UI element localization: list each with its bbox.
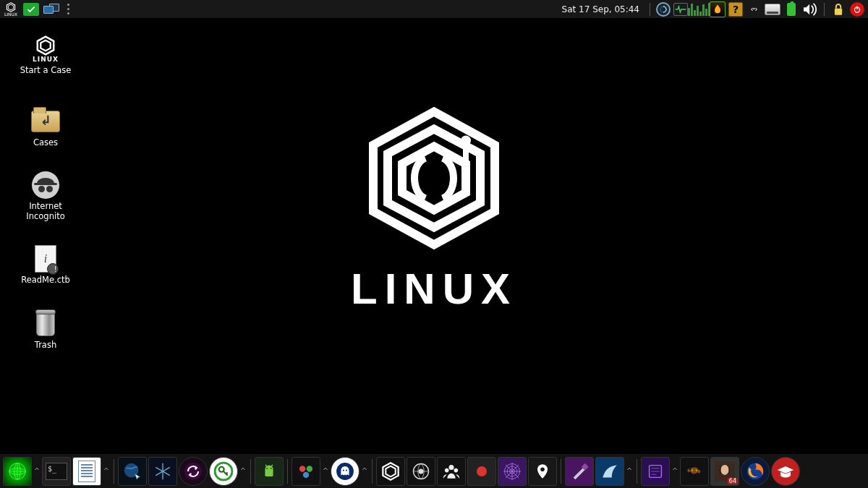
dock-osint-globe-button[interactable] [407,457,435,486]
bottom-dock: ^ $_ ^ ^ ^ ^ [0,453,868,488]
pulse-icon [675,5,686,14]
panel-separator [824,3,825,16]
desktop-icon-label: Start a Case [20,66,72,76]
svg-point-38 [449,464,454,469]
updater-button[interactable] [23,1,39,17]
network-button[interactable]: ‹·› [746,1,762,17]
android-icon [259,461,279,481]
csi-hex-icon [380,461,401,481]
dock-group-caret[interactable]: ^ [361,467,368,475]
dock-firefox-button[interactable] [741,457,770,486]
document-icon [78,461,95,482]
file-icon: i! [35,245,56,273]
dock-geolocate-button[interactable] [528,457,557,486]
speaker-icon [802,3,818,16]
dock-internet-button[interactable] [3,457,32,486]
dock-group-caret[interactable]: ^ [626,467,633,475]
svg-line-26 [265,464,267,466]
disk-icon [765,4,780,15]
dock-spiderfoot-button[interactable] [437,457,466,486]
map-pin-icon [532,461,553,481]
svg-point-25 [271,467,272,468]
svg-point-49 [540,467,545,471]
dock-group-caret[interactable]: ^ [103,467,110,475]
power-icon [853,5,861,14]
earth-cursor-icon [122,461,142,481]
needle-icon [569,461,590,481]
graduation-cap-icon [775,461,796,481]
panel-separator [650,3,650,16]
dock-keepass-button[interactable] [209,457,238,486]
disk-button[interactable] [765,1,780,17]
dock-group-caret[interactable]: ^ [671,467,678,475]
desktop-icon-trash[interactable]: Trash [13,309,78,351]
system-monitor-button[interactable] [673,3,688,16]
desktop-icon-readme[interactable]: i! ReadMe.ctb [13,244,78,286]
desktop[interactable]: LINUX Start a Case ↲ Cases Internet Inco… [0,19,868,453]
cpu-graph-button[interactable] [691,1,707,17]
key-lock-icon [213,461,234,481]
clock[interactable]: Sat 17 Sep, 05:44 [558,4,644,14]
dock-separator [637,459,637,484]
display-settings-button[interactable] [43,3,61,16]
dock-terminal-button[interactable]: $_ [42,457,71,486]
dock-separator [561,459,561,484]
battery-button[interactable] [783,1,799,17]
dock-separator [250,459,251,484]
svg-point-24 [266,467,268,468]
lock-icon [833,3,844,16]
svg-point-21 [184,463,202,480]
color-picker-button[interactable] [710,1,726,17]
desktop-icon-cases[interactable]: ↲ Cases [13,107,78,148]
dock-group-caret[interactable]: ^ [239,467,247,475]
dock-obs-button[interactable] [292,457,320,486]
dock-group-caret[interactable]: ^ [322,467,329,475]
svg-point-37 [419,468,424,474]
dock-education-button[interactable] [771,457,800,486]
dock-record-button[interactable] [467,457,496,486]
incognito-icon [32,171,59,199]
desktop-icon-label: ReadMe.ctb [21,275,70,286]
top-panel-left: LINUX [3,1,71,17]
dock-separator [114,459,114,484]
power-button[interactable] [849,1,865,17]
lock-screen-button[interactable] [830,1,846,17]
desktop-icon-start-case[interactable]: LINUX Start a Case [13,35,78,76]
panel-overflow-button[interactable] [65,1,71,17]
dock-forensics-button[interactable] [641,457,670,486]
app-menu-button[interactable]: LINUX [3,1,19,17]
dock-webspider-button[interactable] [498,457,527,486]
svg-point-28 [299,466,305,471]
spiderweb-icon [502,461,522,481]
volume-button[interactable] [802,1,818,17]
clipboard-manager-button[interactable] [656,2,671,17]
svg-point-39 [445,468,449,472]
dock-android-tools-button[interactable] [255,457,284,486]
dock-onionshare-button[interactable] [179,457,208,486]
wallpaper-text: LINUX [351,264,517,314]
svg-point-30 [303,471,309,477]
dock-ghost-button[interactable] [331,457,359,486]
dock-dog-button[interactable] [680,457,709,486]
dock-text-editor-button[interactable] [72,457,101,486]
sync-icon [183,461,203,481]
svg-point-32 [343,469,344,471]
help-button[interactable]: ? [728,2,743,17]
top-panel: LINUX Sat 17 Sep, 05:44 ? ‹·› [0,0,868,19]
svg-line-27 [271,464,273,466]
svg-point-33 [346,469,347,471]
dock-ida-button[interactable]: 64 [710,457,739,486]
dock-wireshark-button[interactable] [595,457,624,486]
dock-snowflake-button[interactable] [148,457,177,486]
desktop-icon-incognito[interactable]: Internet Incognito [13,171,78,222]
dock-browser-button[interactable] [118,457,147,486]
dock-xsser-button[interactable] [565,457,594,486]
flame-icon [712,4,723,15]
dock-separator [287,459,288,484]
dock-group-caret[interactable]: ^ [33,467,41,475]
book-icon [645,461,665,481]
ghost-icon [335,461,355,481]
cpu-bars-icon [688,3,710,16]
dock-csi-button[interactable] [376,457,405,486]
csi-hex-icon [6,2,16,12]
